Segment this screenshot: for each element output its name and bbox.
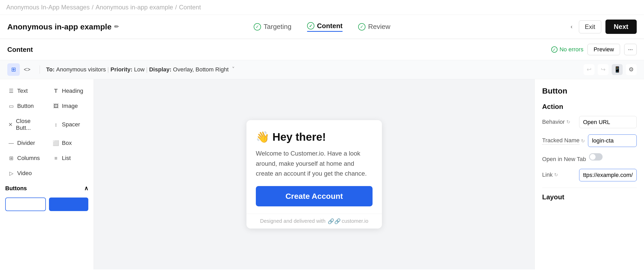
element-video[interactable]: ▷ Video xyxy=(4,167,45,180)
content-header: Content ✓ No errors Preview ··· xyxy=(0,39,644,60)
cio-brand-name: customer.io xyxy=(342,218,368,224)
header-actions: ‹ Exit Next xyxy=(571,20,637,34)
card-footer: Designed and delivered with 🔗🔗 customer.… xyxy=(246,214,382,229)
more-options-button[interactable]: ··· xyxy=(624,44,637,55)
panel-title: Button xyxy=(542,87,637,95)
device-preview-button[interactable]: 📱 xyxy=(612,64,623,75)
open-in-new-tab-control xyxy=(589,153,637,161)
text-icon: ☰ xyxy=(8,88,15,94)
toolbar-meta: To: Anonymous visitors | Priority: Low |… xyxy=(46,66,235,73)
element-button[interactable]: ▭ Button xyxy=(4,100,45,113)
divider-icon: — xyxy=(8,140,15,146)
element-columns[interactable]: ⊞ Columns xyxy=(4,152,45,165)
filled-button-preview[interactable] xyxy=(49,198,89,211)
element-list[interactable]: ≡ List xyxy=(49,152,90,165)
edit-title-icon[interactable]: ✏ xyxy=(114,23,119,30)
open-in-new-tab-label: Open in New Tab xyxy=(542,153,586,163)
next-button[interactable]: Next xyxy=(605,20,637,34)
title-text: Anonymous in-app example xyxy=(7,22,112,31)
left-sidebar: ☰ Text T Heading ▭ Button 🖼 Image ✕ Clos… xyxy=(0,79,94,269)
tracked-name-reset-icon[interactable]: ↻ xyxy=(581,138,585,144)
grid-view-icon[interactable]: ⊞ xyxy=(7,63,20,76)
view-mode-group: ⊞ <> xyxy=(7,63,33,76)
element-text[interactable]: ☰ Text xyxy=(4,84,45,97)
element-close-label: Close Butt... xyxy=(16,118,41,131)
element-spacer-label: Spacer xyxy=(62,121,80,128)
right-panel: Button Action Behavior ↻ Open URL Close … xyxy=(535,79,644,269)
element-spacer[interactable]: ↕ Spacer xyxy=(49,115,90,134)
breadcrumb-sep-2: / xyxy=(175,4,177,11)
element-video-label: Video xyxy=(17,170,32,177)
behavior-select[interactable]: Open URL Close Message Navigate xyxy=(579,116,637,128)
element-box[interactable]: ⬜ Box xyxy=(49,137,90,150)
main-layout: ☰ Text T Heading ▭ Button 🖼 Image ✕ Clos… xyxy=(0,79,644,269)
message-card: 👋 Hey there! Welcome to Customer.io. Hav… xyxy=(246,120,382,228)
elements-grid: ☰ Text T Heading ▭ Button 🖼 Image ✕ Clos… xyxy=(4,84,89,180)
content-label: Content xyxy=(317,22,343,30)
behavior-control: Open URL Close Message Navigate xyxy=(579,116,637,128)
breadcrumb-item-3[interactable]: Content xyxy=(179,4,201,11)
back-button[interactable]: ‹ xyxy=(571,23,572,30)
element-heading[interactable]: T Heading xyxy=(49,84,90,97)
cio-logo-icon: 🔗🔗 xyxy=(328,218,341,224)
action-section-title: Action xyxy=(542,103,637,111)
create-account-button[interactable]: Create Account xyxy=(256,186,373,206)
tracked-name-label: Tracked Name ↻ xyxy=(542,134,585,145)
heading-icon: T xyxy=(53,88,59,94)
element-image[interactable]: 🖼 Image xyxy=(49,100,90,113)
code-view-icon[interactable]: <> xyxy=(21,63,33,76)
link-reset-icon[interactable]: ↻ xyxy=(554,172,558,178)
open-in-new-tab-row: Open in New Tab xyxy=(542,153,637,163)
element-list-label: List xyxy=(62,155,71,162)
buttons-collapse-icon[interactable]: ∧ xyxy=(84,185,88,192)
tracked-name-control xyxy=(588,134,637,147)
card-heading: 👋 Hey there! xyxy=(256,131,373,143)
behavior-row: Behavior ↻ Open URL Close Message Naviga… xyxy=(542,116,637,128)
toolbar-divider-1 xyxy=(40,65,40,74)
breadcrumb-item-1[interactable]: Anonymous In-App Messages xyxy=(6,4,90,11)
no-errors-label: No errors xyxy=(560,46,584,53)
priority-value: Low xyxy=(134,66,144,73)
targeting-label: Targeting xyxy=(264,23,292,31)
element-divider[interactable]: — Divider xyxy=(4,137,45,150)
element-close-button[interactable]: ✕ Close Butt... xyxy=(4,115,45,134)
chevron-down-icon[interactable]: ˅ xyxy=(232,66,235,73)
settings-button[interactable]: ⚙ xyxy=(626,64,637,75)
redo-button[interactable]: ↪ xyxy=(598,64,609,75)
link-control xyxy=(579,169,637,181)
link-input[interactable] xyxy=(579,169,637,181)
buttons-section-label: Buttons xyxy=(5,185,27,192)
step-content[interactable]: ✓ Content xyxy=(307,22,343,32)
card-body: 👋 Hey there! Welcome to Customer.io. Hav… xyxy=(246,120,382,213)
image-icon: 🖼 xyxy=(53,103,59,109)
display-label: Display: xyxy=(149,66,171,73)
step-targeting[interactable]: ✓ Targeting xyxy=(254,23,292,31)
element-columns-label: Columns xyxy=(17,155,40,162)
open-in-new-tab-toggle[interactable] xyxy=(589,153,603,161)
review-check-icon: ✓ xyxy=(358,23,366,30)
steps-nav: ✓ Targeting ✓ Content ✓ Review xyxy=(254,22,390,32)
behavior-reset-icon[interactable]: ↻ xyxy=(566,119,570,125)
spacer-icon: ↕ xyxy=(53,122,59,128)
cio-logo: 🔗🔗 customer.io xyxy=(328,218,368,224)
exit-button[interactable]: Exit xyxy=(579,20,601,33)
check-circle-icon: ✓ xyxy=(551,46,558,53)
toolbar-bar: ⊞ <> To: Anonymous visitors | Priority: … xyxy=(0,60,644,79)
undo-button[interactable]: ↩ xyxy=(584,64,595,75)
step-review[interactable]: ✓ Review xyxy=(358,23,390,31)
priority-label: Priority: xyxy=(110,66,132,73)
preview-button[interactable]: Preview xyxy=(587,44,620,55)
to-label: To: xyxy=(46,66,55,73)
breadcrumb-sep-1: / xyxy=(92,4,94,11)
targeting-check-icon: ✓ xyxy=(254,23,261,30)
element-text-label: Text xyxy=(17,88,28,94)
tracked-name-input[interactable] xyxy=(588,134,637,147)
campaign-title: Anonymous in-app example ✏ xyxy=(7,22,119,31)
outlined-button-preview[interactable] xyxy=(5,198,46,211)
breadcrumb-item-2[interactable]: Anonymous in-app example xyxy=(96,4,173,11)
button-preview-row xyxy=(4,195,89,213)
content-section-title: Content xyxy=(7,46,33,54)
toolbar-right-actions: ↩ ↪ 📱 ⚙ xyxy=(584,64,637,75)
review-label: Review xyxy=(368,23,390,31)
footer-text: Designed and delivered with xyxy=(260,218,325,224)
